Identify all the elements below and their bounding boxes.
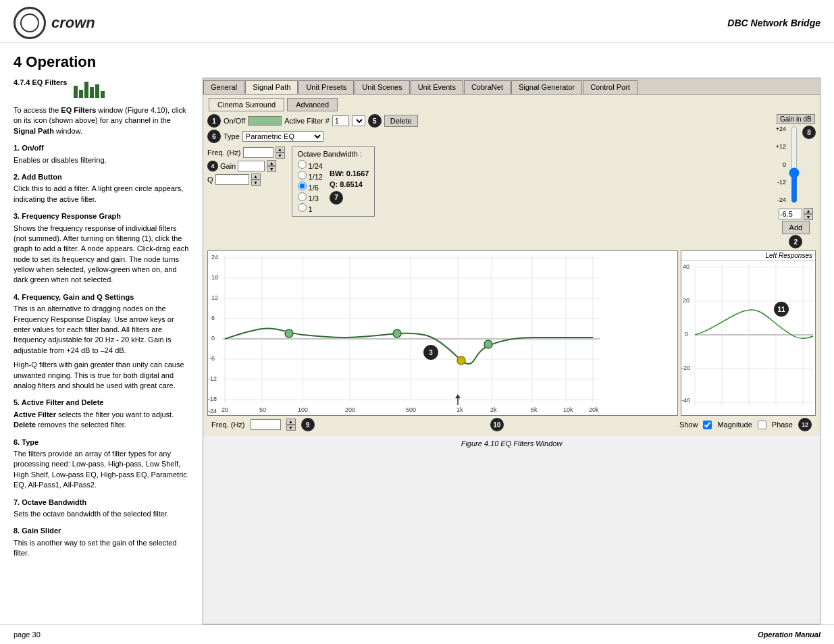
tab-cobranet[interactable]: CobraNet (464, 80, 511, 94)
q-input[interactable]: 8.6514 (215, 174, 249, 185)
node-1[interactable] (285, 329, 293, 338)
octave-bandwidth-box: Octave Bandwidth : 1/24 1/12 1/6 1/3 1 (292, 146, 375, 217)
item7-text: Sets the octave bandwidth of the selecte… (14, 509, 189, 519)
type-label: Type (224, 132, 240, 140)
item4-text: This is an alternative to dragging nodes… (14, 304, 189, 356)
page-title: 4 Operation (14, 53, 820, 71)
gain-down[interactable]: ▼ (267, 166, 276, 172)
svg-text:20k: 20k (589, 406, 599, 413)
circle-7: 7 (330, 191, 343, 205)
svg-text:6: 6 (211, 315, 215, 321)
gain-slider-track[interactable] (787, 126, 801, 205)
bottom-controls: Freq. (Hz) 1668 ▲ ▼ 9 10 Show Magnitude … (207, 416, 816, 433)
eq-bar-1 (74, 86, 78, 98)
item4-label: 4. Frequency, Gain and Q Settings (14, 292, 189, 302)
svg-text:50: 50 (259, 406, 266, 413)
left-panel: 4.7.4 EQ Filters To access the EQ Filter… (14, 78, 189, 624)
svg-text:-6: -6 (209, 355, 215, 362)
main-graph[interactable]: 24 18 12 6 0 -6 -12 -18 -24 (207, 250, 678, 416)
tab-control-port[interactable]: Control Port (583, 80, 637, 94)
svg-text:20: 20 (683, 297, 689, 304)
tab-general[interactable]: General (203, 80, 244, 94)
svg-text:-20: -20 (681, 365, 690, 371)
circle-8: 8 (802, 126, 816, 139)
item8-text: This is another way to set the gain of t… (14, 538, 189, 559)
gain-val-up[interactable]: ▲ (804, 208, 813, 214)
circle-2: 2 (789, 235, 802, 248)
logo-area: crown (14, 7, 95, 39)
item8-label: 8. Gain Slider (14, 526, 189, 536)
gain-input[interactable]: -6.5 (238, 161, 265, 171)
eq-bars (74, 78, 107, 98)
q-down[interactable]: ▼ (251, 180, 261, 186)
octave-option-1/6[interactable]: 1/6 (298, 182, 323, 192)
freq-input[interactable]: 1668 (243, 147, 273, 158)
manual-label: Operation Manual (758, 630, 820, 639)
freq-down[interactable]: ▼ (276, 153, 285, 159)
tab-unit-presets[interactable]: Unit Presets (298, 80, 354, 94)
onoff-indicator[interactable] (248, 116, 282, 126)
sub-tab-advanced[interactable]: Advanced (287, 98, 338, 111)
circle-6: 6 (207, 130, 221, 143)
phase-checkbox[interactable] (758, 421, 766, 429)
svg-text:11: 11 (777, 306, 785, 313)
node-selected[interactable] (457, 356, 465, 365)
svg-text:3: 3 (429, 349, 433, 356)
circle-1: 1 (207, 114, 221, 128)
logo-inner-circle (20, 14, 39, 32)
magnitude-checkbox[interactable] (703, 421, 712, 429)
node-2[interactable] (393, 329, 401, 338)
gain-up[interactable]: ▲ (267, 160, 276, 166)
sub-tab-cinema-surround[interactable]: Cinema Surround (209, 98, 284, 111)
freq-bottom-up[interactable]: ▲ (286, 419, 296, 425)
svg-text:5k: 5k (531, 406, 538, 413)
active-filter-input[interactable]: 1 (332, 115, 349, 126)
filter-select[interactable]: 1 (352, 115, 365, 126)
svg-text:0: 0 (211, 335, 215, 342)
circle-9: 9 (301, 418, 315, 431)
main-content: 4.7.4 EQ Filters To access the EQ Filter… (0, 78, 834, 624)
page-title-section: 4 Operation (0, 43, 834, 78)
svg-text:24: 24 (211, 254, 218, 261)
octave-option-1[interactable]: 1 (298, 203, 323, 213)
delete-button[interactable]: Delete (384, 115, 418, 127)
type-select[interactable]: Parametric EQ Low-pass High-pass (242, 131, 323, 142)
phase-label: Phase (772, 421, 793, 429)
octave-option-1/12[interactable]: 1/12 (298, 171, 323, 181)
gain-slider-label: Gain in dB (777, 114, 815, 124)
item4-text2: High-Q filters with gain greater than un… (14, 360, 189, 391)
tab-unit-scenes[interactable]: Unit Scenes (355, 80, 409, 94)
circle-5: 5 (368, 114, 382, 128)
tab-bar: General Signal Path Unit Presets Unit Sc… (203, 78, 820, 95)
freq-up[interactable]: ▲ (276, 146, 285, 153)
graphs-container: 24 18 12 6 0 -6 -12 -18 -24 (207, 250, 816, 416)
node-3[interactable] (484, 340, 492, 348)
octave-option-1/24[interactable]: 1/24 (298, 160, 323, 170)
header-title: DBC Network Bridge (727, 18, 820, 28)
footer: page 30 Operation Manual (0, 624, 834, 644)
freq-bottom-input[interactable]: 1668 (251, 419, 281, 430)
add-button[interactable]: Add (782, 221, 810, 234)
item2-text: Click this to add a filter. A light gree… (14, 184, 189, 205)
q-label: Q (207, 176, 213, 184)
octave-option-1/3[interactable]: 1/3 (298, 192, 323, 203)
gain-val-down[interactable]: ▼ (804, 214, 813, 220)
item5-label: 5. Active Filter and Delete (14, 398, 189, 408)
eq-controls-area: 1 On/Off Active Filter # 1 1 5 Delete (203, 111, 820, 436)
tab-signal-generator[interactable]: Signal Generator (511, 80, 582, 94)
gain-slider-input[interactable] (787, 126, 801, 203)
bw-display: BW: 0.1667 (330, 169, 369, 178)
tab-signal-path[interactable]: Signal Path (245, 80, 298, 94)
crown-logo (14, 7, 46, 39)
eq-bar-4 (90, 87, 94, 98)
svg-text:-24: -24 (208, 408, 217, 413)
svg-text:1k: 1k (457, 406, 463, 413)
section-header: 4.7.4 EQ Filters (14, 78, 67, 88)
gain-value-input[interactable] (779, 209, 802, 219)
eq-bar-5 (95, 84, 99, 98)
q-up[interactable]: ▲ (251, 173, 261, 180)
freq-bottom-down[interactable]: ▼ (286, 425, 296, 431)
tab-unit-events[interactable]: Unit Events (411, 80, 463, 94)
svg-text:-40: -40 (681, 397, 690, 404)
item7-label: 7. Octave Bandwidth (14, 498, 189, 508)
